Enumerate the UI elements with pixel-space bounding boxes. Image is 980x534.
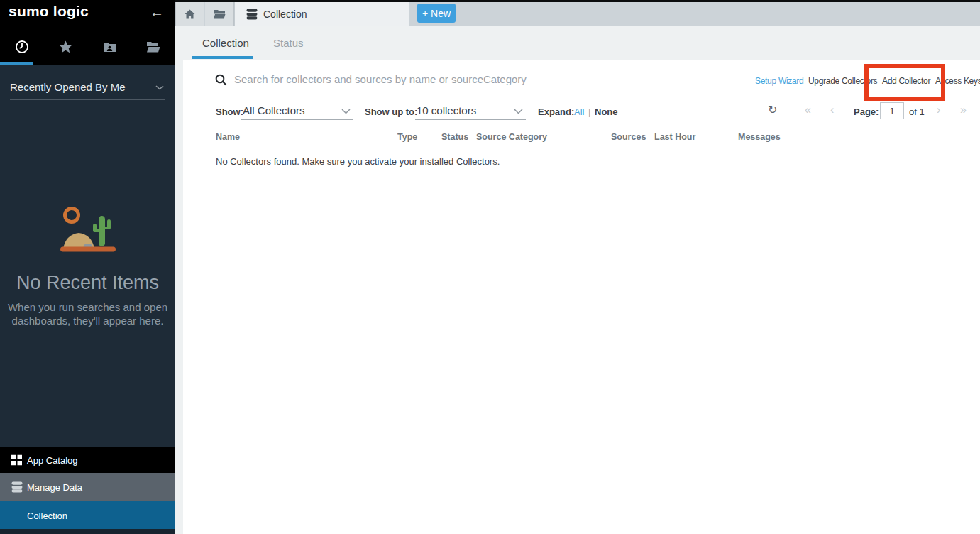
database-icon xyxy=(246,9,258,20)
new-tab-button[interactable]: + New xyxy=(417,4,456,23)
sidebar-item-collection[interactable]: Collection xyxy=(0,501,175,529)
chevron-down-icon xyxy=(514,109,523,114)
collection-workspace-tab[interactable]: Collection xyxy=(234,2,409,27)
sidebar-menu-divider xyxy=(0,529,175,534)
main-area: Collection + New Collection Status Setup… xyxy=(175,0,980,534)
column-header-messages: Messages xyxy=(738,132,781,142)
expand-separator: | xyxy=(588,107,590,117)
grid-icon xyxy=(11,454,22,465)
sidebar-item-manage-data[interactable]: Manage Data xyxy=(0,473,175,501)
page-label: Page: xyxy=(854,107,879,117)
previous-page-icon[interactable]: ‹ xyxy=(830,104,834,116)
column-header-sources: Sources xyxy=(611,132,646,142)
collection-panel: Setup Wizard Upgrade Collectors Add Coll… xyxy=(183,60,980,534)
access-keys-link[interactable]: Access Keys xyxy=(935,76,980,86)
library-tab-button[interactable] xyxy=(205,2,234,26)
show-up-to-label: Show up to: xyxy=(365,107,417,117)
expand-label: Expand: xyxy=(538,107,574,117)
search-icon xyxy=(215,74,227,86)
chevron-down-icon xyxy=(155,85,164,90)
no-recent-items-description: When you run searches and open dashboard… xyxy=(0,300,175,327)
sumo-logic-logo: sumo logic xyxy=(9,3,89,20)
column-header-last-hour: Last Hour xyxy=(654,132,695,142)
setup-wizard-link[interactable]: Setup Wizard xyxy=(755,76,803,86)
column-header-name: Name xyxy=(216,132,240,142)
show-up-to-value: 10 collectors xyxy=(417,104,476,116)
show-filter-dropdown[interactable]: All Collectors xyxy=(241,102,353,120)
home-icon xyxy=(185,9,195,19)
sidebar-nav-icons xyxy=(0,34,175,60)
expand-none-link[interactable]: None xyxy=(595,107,618,117)
page-subtabs: Collection Status xyxy=(175,26,980,60)
recently-opened-label: Recently Opened By Me xyxy=(10,81,126,93)
clock-icon xyxy=(15,40,29,54)
active-tab-underline xyxy=(192,56,253,59)
show-filter-value: All Collectors xyxy=(243,104,305,116)
star-icon xyxy=(59,40,72,53)
table-header-divider xyxy=(216,146,977,146)
shared-folder-icon xyxy=(103,41,116,53)
chevron-down-icon xyxy=(341,109,351,114)
column-header-source-category: Source Category xyxy=(476,132,547,142)
sidebar-active-tab-indicator xyxy=(0,62,33,65)
sidebar-item-label: Manage Data xyxy=(27,482,82,493)
column-header-status: Status xyxy=(441,132,468,142)
page-count-label: of 1 xyxy=(909,107,925,117)
refresh-icon[interactable]: ↻ xyxy=(768,103,777,116)
open-folder-icon xyxy=(146,41,160,53)
home-tab[interactable] xyxy=(175,2,204,26)
favorites-tab[interactable] xyxy=(44,34,88,60)
recently-opened-dropdown[interactable]: Recently Opened By Me xyxy=(10,77,165,100)
add-collector-link[interactable]: Add Collector xyxy=(882,76,930,86)
first-page-icon[interactable]: « xyxy=(805,104,810,116)
sidebar-header: sumo logic ← xyxy=(0,0,175,65)
page-number-input[interactable] xyxy=(880,102,904,119)
upgrade-collectors-link[interactable]: Upgrade Collectors xyxy=(808,76,877,86)
no-collectors-message: No Collectors found. Make sure you activ… xyxy=(216,156,500,167)
show-filter-label: Show: xyxy=(216,107,243,117)
folder-icon xyxy=(213,9,226,19)
tab-collection[interactable]: Collection xyxy=(202,37,249,49)
last-page-icon[interactable]: » xyxy=(960,104,966,116)
shared-content-tab[interactable] xyxy=(88,34,132,60)
sidebar-item-label: Collection xyxy=(27,510,67,521)
sidebar: sumo logic ← xyxy=(0,0,175,534)
database-icon xyxy=(11,481,23,493)
app-window: sumo logic ← xyxy=(0,0,980,534)
sidebar-item-label: App Catalog xyxy=(27,454,78,465)
desert-empty-state-illustration xyxy=(58,207,118,256)
tab-status[interactable]: Status xyxy=(273,37,304,49)
search-input[interactable] xyxy=(234,70,632,88)
workspace-tab-label: Collection xyxy=(263,9,307,20)
workspace-tab-bar: Collection + New xyxy=(175,2,980,26)
collapse-sidebar-icon[interactable]: ← xyxy=(150,4,164,21)
show-up-to-dropdown[interactable]: 10 collectors xyxy=(415,102,526,120)
recent-tab[interactable] xyxy=(0,34,44,60)
library-tab[interactable] xyxy=(131,34,175,60)
no-recent-items-title: No Recent Items xyxy=(0,272,175,294)
expand-all-link[interactable]: All xyxy=(574,107,584,117)
next-page-icon[interactable]: › xyxy=(937,104,940,116)
sidebar-bottom-menu: App Catalog Manage Data Collection xyxy=(0,447,175,534)
column-header-type: Type xyxy=(397,132,417,142)
sidebar-item-app-catalog[interactable]: App Catalog xyxy=(0,447,175,473)
